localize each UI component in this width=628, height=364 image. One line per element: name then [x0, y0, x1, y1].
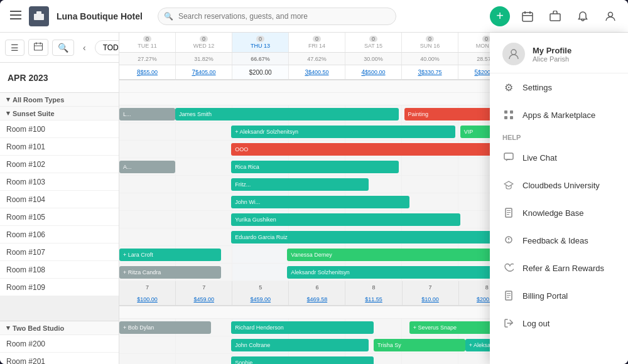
date-header-cell-sat15[interactable]: 0 SAT 15: [345, 33, 402, 52]
booking-bar[interactable]: Rica Rica: [231, 161, 399, 173]
day-cell: [176, 176, 232, 193]
all-room-types-category[interactable]: ▾ All Room Types: [0, 93, 119, 107]
menu-item-apps[interactable]: Apps & Marketplace: [490, 101, 628, 129]
date-header-cell-sun16[interactable]: 0 SUN 16: [402, 33, 458, 52]
menu-item-billing[interactable]: Billing Portal: [490, 282, 628, 309]
menu-item-refer[interactable]: Refer & Earn Rewards: [490, 254, 628, 282]
booking-bar[interactable]: L...: [119, 108, 175, 120]
booking-bar[interactable]: John Wi...: [231, 196, 409, 208]
booking-bar[interactable]: + Aleksandr Solzhenitsyn: [231, 126, 455, 138]
search-input[interactable]: [158, 8, 396, 25]
day-cell: [176, 228, 232, 245]
price-cell-tue11[interactable]: 8$55.00: [119, 65, 176, 79]
feedback-label: Feedback & Ideas: [522, 236, 588, 245]
room-row-107[interactable]: Room #107: [0, 244, 119, 261]
booking-bar[interactable]: A...: [119, 161, 175, 173]
day-cell-today: [232, 264, 289, 281]
today-button[interactable]: TODAY: [95, 40, 119, 55]
calendar-icon[interactable]: [517, 6, 538, 26]
booking-bar[interactable]: Vanessa Demey: [287, 249, 516, 261]
date-header-cell-tue11[interactable]: 0 TUE 11: [119, 33, 176, 52]
room-row-106[interactable]: Room #106: [0, 226, 119, 244]
svg-rect-24: [507, 214, 509, 215]
sunset-suite-category[interactable]: ▾ Sunset Suite: [0, 107, 119, 120]
prev-arrow[interactable]: ‹: [78, 40, 91, 55]
booking-bar[interactable]: John Coltrane: [231, 339, 369, 351]
calendar-view-icon[interactable]: [28, 39, 48, 56]
profile-sub: Alice Parish: [533, 55, 571, 63]
room-row-201[interactable]: Room #201: [0, 353, 119, 364]
booking-bar[interactable]: James Smith: [175, 108, 399, 120]
svg-rect-14: [35, 46, 43, 46]
date-header-cell-wed12[interactable]: 0 WED 12: [176, 33, 232, 52]
room-row-200[interactable]: Room #200: [0, 335, 119, 353]
settings-label: Settings: [522, 83, 552, 92]
search-bar: 🔍: [158, 8, 396, 25]
booking-bar[interactable]: Trisha Sy: [374, 339, 465, 351]
day-cell: [119, 354, 176, 364]
nav-right: +: [490, 6, 620, 26]
svg-rect-8: [522, 15, 533, 16]
booking-bar[interactable]: OOO: [231, 143, 511, 156]
price-cell-sun16[interactable]: 3$330.75: [402, 65, 458, 79]
menu-item-logout[interactable]: Log out: [490, 309, 628, 337]
day-cell: [176, 193, 232, 210]
room-row-102[interactable]: Room #102: [0, 156, 119, 173]
rooms-icon[interactable]: [545, 6, 565, 26]
price-cell-fri14[interactable]: 3$400.50: [289, 65, 345, 79]
svg-rect-23: [507, 212, 511, 213]
profile-icon[interactable]: [600, 6, 620, 26]
price-cell-sat15[interactable]: 4$500.00: [345, 65, 402, 79]
booking-bar[interactable]: Eduardo Garcia Ruiz: [231, 231, 521, 244]
room-row-105[interactable]: Room #105: [0, 208, 119, 226]
svg-rect-29: [507, 295, 511, 296]
menu-item-live-chat[interactable]: Live Chat: [490, 144, 628, 171]
menu-item-settings[interactable]: ⚙ Settings: [490, 73, 628, 101]
booking-bar[interactable]: + Lara Croft: [119, 249, 221, 261]
price-cell-wed12[interactable]: 7$405.00: [176, 65, 232, 79]
hamburger-icon[interactable]: [8, 8, 24, 24]
notification-icon[interactable]: [573, 6, 593, 26]
room-row-101[interactable]: Room #101: [0, 138, 119, 156]
day-cell: [176, 123, 232, 140]
list-view-icon[interactable]: ☰: [5, 40, 24, 56]
settings-icon: ⚙: [502, 81, 515, 94]
date-header-cell-thu13[interactable]: 0 THU 13: [232, 33, 289, 52]
booking-bar[interactable]: Fritz...: [231, 178, 369, 191]
booking-bar[interactable]: Sophie ...: [231, 356, 374, 364]
booking-bar[interactable]: + Bob Dylan: [119, 321, 211, 334]
room-row-103[interactable]: Room #103: [0, 173, 119, 191]
menu-item-feedback[interactable]: Feedback & Ideas: [490, 227, 628, 254]
svg-rect-4: [36, 11, 41, 15]
room-row-104[interactable]: Room #104: [0, 191, 119, 208]
booking-bar[interactable]: Yurika Gushiken: [231, 213, 460, 226]
search-rooms-icon[interactable]: 🔍: [52, 40, 74, 56]
room-row-100[interactable]: Room #100: [0, 120, 119, 138]
svg-rect-17: [510, 110, 513, 114]
day-cell: [176, 158, 232, 175]
refer-label: Refer & Earn Rewards: [522, 264, 604, 273]
profile-section[interactable]: My Profile Alice Parish: [490, 33, 628, 73]
logout-label: Log out: [522, 319, 550, 328]
menu-item-university[interactable]: Cloudbeds University: [490, 171, 628, 199]
svg-rect-13: [40, 43, 41, 45]
two-bed-studio-category[interactable]: ▾ Two Bed Studio: [0, 321, 119, 335]
svg-point-10: [609, 12, 613, 16]
price-cell-thu13[interactable]: $200.00: [232, 65, 289, 79]
room-row-108[interactable]: Room #108: [0, 261, 119, 279]
svg-rect-9: [550, 14, 560, 21]
svg-rect-28: [507, 293, 511, 294]
left-panel: ☰ 🔍 ‹ TODAY › + APR 2023: [0, 33, 119, 364]
date-header-cell-fri14[interactable]: 0 FRI 14: [289, 33, 345, 52]
room-row-109[interactable]: Room #109: [0, 279, 119, 296]
booking-bar[interactable]: + Ritza Candra: [119, 266, 221, 279]
billing-label: Billing Portal: [522, 291, 568, 301]
booking-bar[interactable]: Richard Henderson: [231, 321, 374, 334]
add-button[interactable]: +: [490, 6, 510, 26]
search-icon: 🔍: [164, 12, 173, 21]
apps-icon: [502, 109, 515, 121]
menu-item-knowledge-base[interactable]: Knowledge Base: [490, 199, 628, 227]
day-cell: [119, 336, 176, 353]
day-cell: [402, 354, 458, 364]
svg-rect-19: [510, 116, 513, 119]
